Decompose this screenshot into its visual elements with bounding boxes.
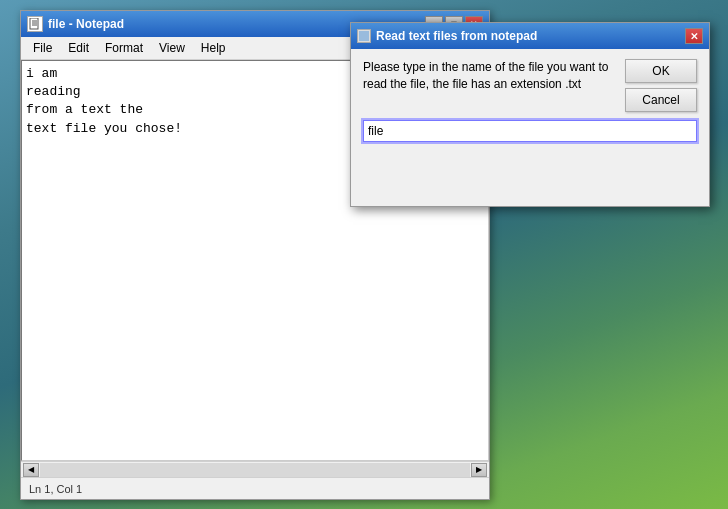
dialog-titlebar: Read text files from notepad ✕ bbox=[351, 23, 709, 49]
dialog-buttons: OK Cancel bbox=[625, 59, 697, 112]
menu-view[interactable]: View bbox=[151, 39, 193, 57]
scroll-track-h[interactable] bbox=[40, 463, 470, 477]
menu-file[interactable]: File bbox=[25, 39, 60, 57]
titlebar-left: file - Notepad bbox=[27, 16, 124, 32]
status-bar: Ln 1, Col 1 bbox=[21, 477, 489, 499]
dialog-window: Read text files from notepad ✕ Please ty… bbox=[350, 22, 710, 207]
menu-edit[interactable]: Edit bbox=[60, 39, 97, 57]
menu-help[interactable]: Help bbox=[193, 39, 234, 57]
ok-button[interactable]: OK bbox=[625, 59, 697, 83]
dialog-titlebar-left: Read text files from notepad bbox=[357, 29, 537, 43]
dialog-close-button[interactable]: ✕ bbox=[685, 28, 703, 44]
notepad-window-title: file - Notepad bbox=[48, 17, 124, 31]
svg-rect-4 bbox=[359, 31, 369, 41]
menu-format[interactable]: Format bbox=[97, 39, 151, 57]
dialog-app-icon bbox=[357, 29, 371, 43]
scroll-left-arrow[interactable]: ◀ bbox=[23, 463, 39, 477]
dialog-body: Please type in the name of the file you … bbox=[351, 49, 709, 206]
cursor-position: Ln 1, Col 1 bbox=[29, 483, 82, 495]
horizontal-scrollbar: ◀ ▶ bbox=[21, 461, 489, 477]
dialog-title: Read text files from notepad bbox=[376, 29, 537, 43]
dialog-top-row: Please type in the name of the file you … bbox=[363, 59, 697, 112]
notepad-app-icon bbox=[27, 16, 43, 32]
cancel-button[interactable]: Cancel bbox=[625, 88, 697, 112]
dialog-message: Please type in the name of the file you … bbox=[363, 59, 615, 93]
scroll-right-arrow[interactable]: ▶ bbox=[471, 463, 487, 477]
dialog-input-row bbox=[363, 120, 697, 142]
filename-input[interactable] bbox=[363, 120, 697, 142]
